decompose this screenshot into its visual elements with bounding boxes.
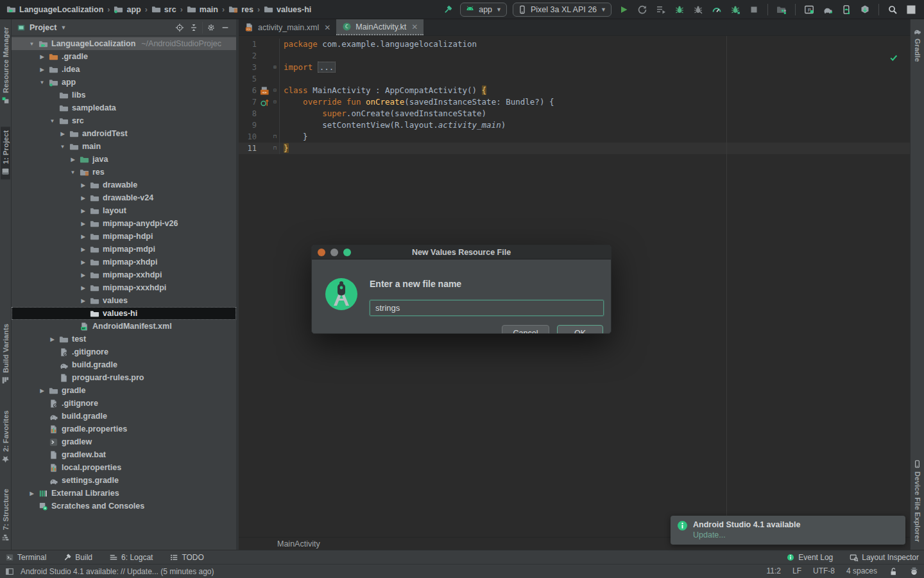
blank-square-button[interactable] — [905, 3, 918, 16]
tree-item-build-gradle[interactable]: build.gradle — [12, 410, 236, 423]
apply-changes-button[interactable] — [636, 3, 649, 16]
code-line-10[interactable]: 10⊓ } — [239, 131, 910, 143]
tree-collapse-arrow-icon[interactable]: ▼ — [69, 170, 76, 175]
tree-item--gitignore[interactable]: .gitignore — [12, 346, 236, 358]
tool-strip-tab-build-variants[interactable]: Build Variants — [1, 320, 10, 389]
tree-expand-arrow-icon[interactable]: ▶ — [59, 131, 66, 137]
tree-item-androidtest[interactable]: ▶androidTest — [12, 127, 236, 140]
tree-item-mipmap-xxxhdpi[interactable]: ▶mipmap-xxxhdpi — [12, 281, 236, 294]
fold-marker-icon[interactable]: ⊓ — [271, 143, 280, 154]
gutter-layout[interactable]: <> — [258, 86, 271, 96]
tree-item-languagelocalization[interactable]: ▼LanguageLocalization~/AndroidStudioProj… — [12, 37, 236, 50]
tree-item-drawable-v24[interactable]: ▶drawable-v24 — [12, 191, 236, 204]
tool-strip-tab-gradle[interactable]: Gradle — [912, 23, 922, 66]
tree-item-java[interactable]: ▶java — [12, 153, 236, 166]
tree-expand-arrow-icon[interactable]: ▶ — [80, 195, 87, 201]
code-line-8[interactable]: 8 super.onCreate(savedInstanceState) — [239, 108, 910, 119]
tree-item-settings-gradle[interactable]: settings.gradle — [12, 474, 236, 487]
stop-button[interactable] — [748, 3, 760, 16]
fold-marker-icon[interactable]: ⊟ — [271, 85, 280, 96]
code-line-5[interactable]: 5 — [239, 73, 910, 85]
caret-position[interactable]: 11:2 — [766, 566, 780, 575]
tree-expand-arrow-icon[interactable]: ▶ — [49, 337, 56, 342]
tree-expand-arrow-icon[interactable]: ▶ — [80, 234, 87, 240]
tree-expand-arrow-icon[interactable]: ▶ — [28, 491, 35, 496]
settings-button[interactable] — [204, 21, 218, 35]
fold-marker-icon[interactable]: ⊟ — [271, 96, 280, 108]
tree-item-build-gradle[interactable]: build.gradle — [12, 358, 236, 371]
breadcrumb-item-LanguageLocalization[interactable]: LanguageLocalization — [6, 4, 103, 14]
tree-item-external-libraries[interactable]: ▶External Libraries — [12, 487, 236, 500]
tree-expand-arrow-icon[interactable]: ▶ — [80, 285, 87, 291]
tree-item--gitignore[interactable]: .gitignore — [12, 397, 236, 410]
update-notification[interactable]: Android Studio 4.1 available Update... — [671, 516, 905, 545]
lock-icon[interactable] — [889, 566, 898, 576]
tree-item-gradlew-bat[interactable]: gradlew.bat — [12, 448, 236, 461]
breadcrumb-item-res[interactable]: res — [228, 4, 253, 14]
tool-window-button-event-log[interactable]: Event Log — [786, 553, 833, 562]
status-message[interactable]: Android Studio 4.1 available: // Update.… — [21, 567, 214, 576]
code-line-2[interactable]: 2 — [239, 50, 910, 62]
file-encoding[interactable]: UTF-8 — [813, 566, 835, 575]
tree-item-values[interactable]: ▶values — [12, 294, 236, 307]
tool-strip-tab-7-structure[interactable]: 7: Structure — [1, 485, 10, 546]
indent-style[interactable]: 4 spaces — [846, 566, 877, 575]
code-line-1[interactable]: 1package com.example.languagelocalizatio… — [239, 39, 910, 50]
tree-item-layout[interactable]: ▶layout — [12, 204, 236, 217]
tool-strip-tab-1-project[interactable]: 1: Project — [1, 127, 10, 179]
tree-expand-arrow-icon[interactable]: ▶ — [80, 247, 87, 252]
tree-item-drawable[interactable]: ▶drawable — [12, 179, 236, 191]
tree-expand-arrow-icon[interactable]: ▶ — [38, 54, 46, 60]
tree-item-sampledata[interactable]: sampledata — [12, 101, 236, 114]
tree-expand-arrow-icon[interactable]: ▶ — [80, 259, 87, 265]
tree-expand-arrow-icon[interactable]: ▶ — [80, 208, 87, 214]
tree-item-scratches-and-consoles[interactable]: Scratches and Consoles — [12, 500, 236, 512]
editor-tab-mainactivity-kt[interactable]: CMainActivity.kt✕ — [336, 19, 424, 35]
breadcrumb-item-main[interactable]: main — [187, 4, 218, 14]
breadcrumb-item-app[interactable]: app — [114, 4, 141, 14]
hide-button[interactable] — [218, 21, 232, 35]
update-link[interactable]: Update... — [693, 530, 800, 539]
tree-expand-arrow-icon[interactable]: ▶ — [80, 272, 87, 278]
build-hammer-icon[interactable] — [441, 3, 454, 16]
chevron-down-icon[interactable]: ▼ — [60, 24, 66, 31]
tool-window-button-todo[interactable]: TODO — [169, 553, 203, 562]
code-line-9[interactable]: 9 setContentView(R.layout.activity_main) — [239, 119, 910, 131]
resource-manager-button[interactable] — [775, 3, 788, 16]
tree-expand-arrow-icon[interactable]: ▶ — [38, 67, 46, 73]
tree-item-proguard-rules-pro[interactable]: proguard-rules.pro — [12, 371, 236, 384]
ok-button[interactable]: OK — [557, 325, 603, 334]
tool-window-switcher-icon[interactable] — [5, 566, 14, 576]
cancel-button[interactable]: Cancel — [502, 325, 549, 334]
tree-collapse-arrow-icon[interactable]: ▼ — [59, 144, 66, 150]
close-icon[interactable]: ✕ — [411, 22, 418, 31]
tree-item--gradle[interactable]: ▶.gradle — [12, 50, 236, 63]
gutter-override[interactable] — [258, 98, 271, 107]
tree-item-res[interactable]: ▼res — [12, 166, 236, 179]
collapse-button[interactable] — [187, 21, 201, 35]
tree-item-androidmanifest-xml[interactable]: HFAndroidManifest.xml — [12, 320, 236, 333]
run-play-button[interactable] — [617, 3, 630, 16]
tree-item-libs[interactable]: libs — [12, 89, 236, 101]
tree-item-app[interactable]: ▼app — [12, 76, 236, 89]
breadcrumb-item-values-hi[interactable]: values-hi — [264, 4, 311, 14]
tool-strip-tab-2-favorites[interactable]: 2: Favorites — [1, 407, 10, 468]
tool-window-button-6-logcat[interactable]: 6: Logcat — [109, 553, 153, 562]
code-line-11[interactable]: 11⊓} — [239, 143, 910, 154]
tool-window-button-layout-inspector[interactable]: Layout Inspector — [850, 553, 919, 562]
editor-breadcrumb[interactable]: MainActivity — [277, 539, 320, 548]
code-line-7[interactable]: 7⊟ override fun onCreate(savedInstanceSt… — [239, 96, 910, 108]
tree-expand-arrow-icon[interactable]: ▶ — [80, 298, 87, 304]
tool-window-button-terminal[interactable]: Terminal — [5, 553, 46, 562]
zoom-window-icon[interactable] — [343, 249, 351, 256]
tool-window-button-build[interactable]: Build — [63, 553, 92, 562]
close-icon[interactable]: ✕ — [324, 23, 330, 32]
tree-expand-arrow-icon[interactable]: ▶ — [80, 182, 87, 188]
tree-item-mipmap-xxhdpi[interactable]: ▶mipmap-xxhdpi — [12, 268, 236, 281]
tree-item-local-properties[interactable]: local.properties — [12, 461, 236, 474]
profile-gauge-button[interactable] — [710, 3, 723, 16]
tool-strip-tab-device-file-explorer[interactable]: Device File Explorer — [912, 456, 922, 546]
fold-marker-icon[interactable]: ⊓ — [271, 131, 280, 143]
gradle-sync-button[interactable] — [821, 3, 834, 16]
tree-item-values-hi[interactable]: values-hi — [12, 307, 236, 320]
